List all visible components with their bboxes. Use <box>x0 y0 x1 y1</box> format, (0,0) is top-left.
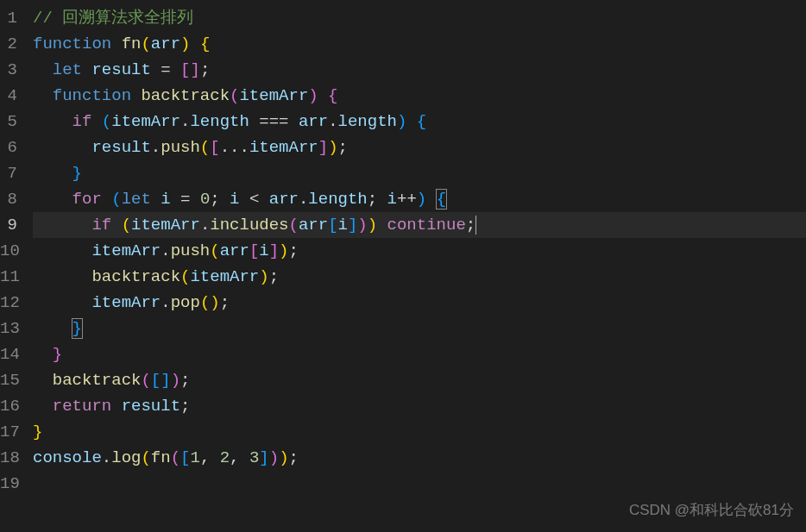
token-control: continue <box>387 216 466 235</box>
code-line[interactable]: backtrack([]); <box>33 367 806 393</box>
token-bracket1: ] <box>318 138 328 157</box>
line-number: 12 <box>0 290 17 316</box>
token-punc: ; <box>289 448 299 467</box>
token-var: arr <box>220 241 249 260</box>
token-bracket2: ) <box>417 190 426 209</box>
token-space <box>151 60 161 79</box>
token-space <box>289 112 299 131</box>
token-bracket0: ) <box>180 34 190 53</box>
token-punc: . <box>200 216 210 235</box>
token-space <box>82 60 91 79</box>
line-number: 15 <box>0 367 17 393</box>
token-space <box>318 86 328 105</box>
token-bracket0: ) <box>328 138 337 157</box>
line-number: 14 <box>0 341 17 367</box>
token-space <box>249 112 259 131</box>
token-bracket1: ( <box>230 86 239 105</box>
token-method: push <box>161 138 200 157</box>
token-var: itemArr <box>131 216 200 235</box>
token-space <box>151 190 161 209</box>
token-method: includes <box>210 216 288 235</box>
code-line[interactable]: backtrack(itemArr); <box>33 264 806 290</box>
line-number: 13 <box>0 316 17 341</box>
code-line[interactable]: for (let i = 0; i < arr.length; i++) { <box>33 186 806 212</box>
code-line[interactable]: } <box>33 341 806 367</box>
token-bracket2: [ <box>151 371 161 390</box>
code-line[interactable]: return result; <box>33 393 806 419</box>
token-space <box>377 190 387 209</box>
token-bracket1: ) <box>269 448 279 467</box>
token-bracket1: ( <box>141 371 150 390</box>
token-punc: , <box>230 448 239 467</box>
token-bracket1: ] <box>190 60 199 79</box>
code-line[interactable]: } <box>33 316 806 341</box>
token-punc: ; <box>368 190 377 209</box>
code-line[interactable]: function fn(arr) { <box>33 31 806 57</box>
token-var: console <box>33 448 102 467</box>
token-punc: . <box>161 293 170 312</box>
code-line[interactable]: itemArr.pop(); <box>33 290 806 316</box>
token-space <box>171 60 180 79</box>
code-area[interactable]: // 回溯算法求全排列function fn(arr) { let result… <box>33 3 806 532</box>
line-number: 9 <box>0 212 17 238</box>
line-number: 11 <box>0 264 17 290</box>
token-space <box>102 190 111 209</box>
token-var: i <box>230 190 239 209</box>
line-number: 19 <box>0 471 17 497</box>
code-line[interactable]: result.push([...itemArr]); <box>33 135 806 160</box>
line-number: 18 <box>0 445 17 471</box>
token-bracket1: ) <box>357 216 367 235</box>
token-num: 2 <box>220 448 230 467</box>
token-var: itemArr <box>190 267 259 286</box>
code-editor[interactable]: 12345678910111213141516171819 // 回溯算法求全排… <box>0 3 806 532</box>
line-number: 5 <box>0 109 17 135</box>
token-space <box>210 448 219 467</box>
token-control: if <box>91 216 111 235</box>
token-bracket0: ( <box>200 138 210 157</box>
code-line[interactable]: let result = []; <box>33 57 806 83</box>
token-var: itemArr <box>91 241 161 260</box>
line-number: 7 <box>0 160 17 186</box>
token-bracket0: ) <box>279 241 288 260</box>
token-bracket1: [ <box>180 60 190 79</box>
token-bracket2: [ <box>328 216 337 235</box>
token-space <box>240 190 249 209</box>
code-line[interactable]: // 回溯算法求全排列 <box>33 5 806 31</box>
line-number: 2 <box>0 31 17 57</box>
token-var: i <box>161 190 170 209</box>
token-bracket1: ] <box>269 241 279 260</box>
token-bracket0: ) <box>368 216 377 235</box>
code-line[interactable]: } <box>33 160 806 186</box>
token-punc: ; <box>269 267 279 286</box>
code-line[interactable]: if (itemArr.length === arr.length) { <box>33 109 806 135</box>
token-space <box>220 190 230 209</box>
code-line[interactable]: } <box>33 419 806 445</box>
token-bracket0: { <box>200 34 210 53</box>
token-punc: . <box>328 112 337 131</box>
token-method: pop <box>171 293 200 312</box>
token-bracket0: ) <box>279 448 288 467</box>
token-bracket0: ) <box>210 293 219 312</box>
token-space <box>426 190 436 209</box>
token-bracket2: { <box>417 112 426 131</box>
token-bracket2: } <box>72 318 83 339</box>
token-var: arr <box>299 216 328 235</box>
token-bracket1: { <box>328 86 337 105</box>
token-prop: length <box>338 112 397 131</box>
code-line[interactable] <box>33 471 806 497</box>
token-num: 3 <box>249 448 259 467</box>
code-line[interactable]: console.log(fn([1, 2, 3])); <box>33 445 806 471</box>
line-number: 8 <box>0 186 17 212</box>
token-space <box>91 112 101 131</box>
token-punc: . <box>161 241 170 260</box>
token-method: backtrack <box>91 267 180 286</box>
code-line[interactable]: function backtrack(itemArr) { <box>33 83 806 109</box>
token-bracket2: [ <box>180 448 190 467</box>
token-bracket0: ( <box>200 293 210 312</box>
token-control: return <box>53 397 111 416</box>
token-punc: ; <box>210 190 219 209</box>
code-line[interactable]: if (itemArr.includes(arr[i])) continue; <box>33 212 806 238</box>
code-line[interactable]: itemArr.push(arr[i]); <box>33 238 806 264</box>
token-var: result <box>122 397 180 416</box>
token-punc: . <box>151 138 161 157</box>
